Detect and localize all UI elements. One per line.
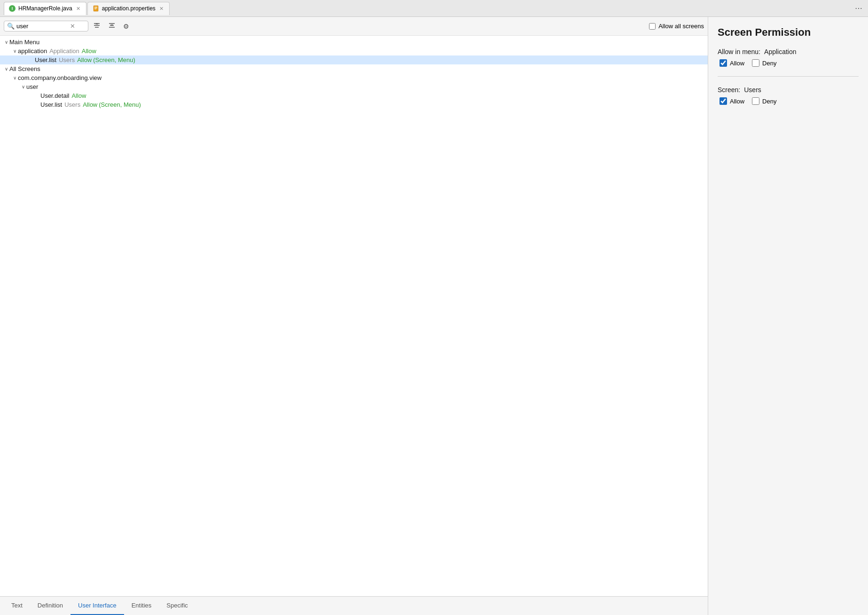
search-box[interactable]: 🔍 ✕ [4,21,88,32]
userlist-mainmenu-paren: (Screen, Menu) [93,56,135,63]
userlist-allscreens-label: User.list [40,101,62,108]
tab-text[interactable]: Text [4,597,30,615]
screen-allow-group: Allow [719,97,744,105]
allow-all-screens-label[interactable]: Allow all screens [649,23,704,30]
tree-section-main-menu[interactable]: ∨ Main Menu [0,38,708,47]
properties-file-icon [93,5,99,12]
application-label: application [18,47,47,55]
menu-deny-label: Deny [762,60,776,67]
screen-deny-label: Deny [762,98,776,105]
chevron-all-screens: ∨ [3,66,9,71]
main-content: 🔍 ✕ ⚙ [0,17,868,615]
userlist-allscreens-green: Allow [83,101,97,108]
collapse-all-button[interactable] [90,20,103,32]
menu-allow-label: Allow [730,60,744,67]
tab-hrmanagerrole[interactable]: I HRManagerRole.java ✕ [4,2,86,15]
tree-item-userlist-allscreens[interactable]: User.list Users Allow (Screen, Menu) [0,100,708,109]
userlist-mainmenu-gray: Users [59,56,75,63]
application-gray-label: Application [49,47,79,55]
search-input[interactable] [16,23,68,30]
toolbar: 🔍 ✕ ⚙ [0,17,708,36]
tree-area: ∨ Main Menu ∨ application Application Al… [0,36,708,596]
tab-label-1: HRManagerRole.java [18,5,72,12]
main-menu-label: Main Menu [9,39,39,46]
allow-all-screens-checkbox[interactable] [649,23,656,30]
right-panel-title: Screen Permission [718,26,859,39]
user-pkg-label: user [26,83,38,90]
search-icon: 🔍 [7,23,15,30]
application-green-label: Allow [82,47,96,55]
tab-close-2[interactable]: ✕ [158,5,164,12]
userdetail-label: User.detail [40,92,69,99]
left-panel: 🔍 ✕ ⚙ [0,17,708,615]
package-label: com.company.onboarding.view [18,74,102,81]
tab-close-1[interactable]: ✕ [75,5,81,12]
permission-section-screen: Screen: Users Allow Deny [718,86,859,105]
permission-menu-value: Application [764,48,797,55]
screen-allow-checkbox[interactable] [719,97,727,105]
tab-definition[interactable]: Definition [30,597,70,615]
permission-menu-row: Allow Deny [718,59,859,67]
tab-application-properties[interactable]: application.properties ✕ [87,2,170,15]
tab-user-interface[interactable]: User Interface [70,597,124,615]
userlist-allscreens-gray: Users [64,101,80,108]
all-screens-label: All Screens [9,65,40,72]
permission-section-menu: Allow in menu: Application Allow Deny [718,48,859,67]
tab-entities[interactable]: Entities [124,597,159,615]
tree-item-package[interactable]: ∨ com.company.onboarding.view [0,73,708,82]
chevron-package: ∨ [11,75,18,80]
chevron-application: ∨ [11,48,18,54]
tree-item-userlist-mainmenu[interactable]: User.list Users Allow (Screen, Menu) [0,55,708,64]
userlist-allscreens-paren: (Screen, Menu) [99,101,141,108]
tree-section-all-screens[interactable]: ∨ All Screens [0,64,708,73]
menu-allow-group: Allow [719,59,744,67]
menu-deny-group: Deny [752,59,776,67]
screen-deny-group: Deny [752,97,776,105]
settings-button[interactable]: ⚙ [120,21,132,32]
chevron-user-pkg: ∨ [20,84,26,89]
tab-label-2: application.properties [102,5,156,12]
more-tabs-button[interactable]: ⋯ [853,4,864,13]
permission-menu-header: Allow in menu: Application [718,48,859,55]
allow-all-screens-text: Allow all screens [658,23,704,30]
userlist-mainmenu-label: User.list [35,56,56,63]
java-file-icon: I [9,5,16,12]
permission-screen-header: Screen: Users [718,86,859,94]
chevron-main-menu: ∨ [3,39,9,45]
svg-rect-0 [94,6,98,11]
tab-bar: I HRManagerRole.java ✕ application.prope… [0,0,868,17]
menu-deny-checkbox[interactable] [752,59,759,67]
tree-item-application[interactable]: ∨ application Application Allow [0,47,708,55]
userlist-mainmenu-green: Allow [77,56,92,63]
right-panel: Screen Permission Allow in menu: Applica… [708,17,868,615]
permission-menu-label: Allow in menu: [718,48,760,55]
userdetail-green-label: Allow [71,92,86,99]
screen-deny-checkbox[interactable] [752,97,759,105]
tab-specific[interactable]: Specific [159,597,195,615]
tree-item-user-pkg[interactable]: ∨ user [0,82,708,91]
screen-allow-label: Allow [730,98,744,105]
permission-screen-row: Allow Deny [718,97,859,105]
expand-all-button[interactable] [105,20,118,32]
permission-screen-label: Screen: [718,86,740,94]
permission-screen-value: Users [744,86,761,94]
menu-allow-checkbox[interactable] [719,59,727,67]
bottom-tabs: Text Definition User Interface Entities … [0,596,708,615]
section-divider [718,76,859,77]
tree-item-userdetail[interactable]: User.detail Allow [0,91,708,100]
clear-search-button[interactable]: ✕ [70,23,75,30]
